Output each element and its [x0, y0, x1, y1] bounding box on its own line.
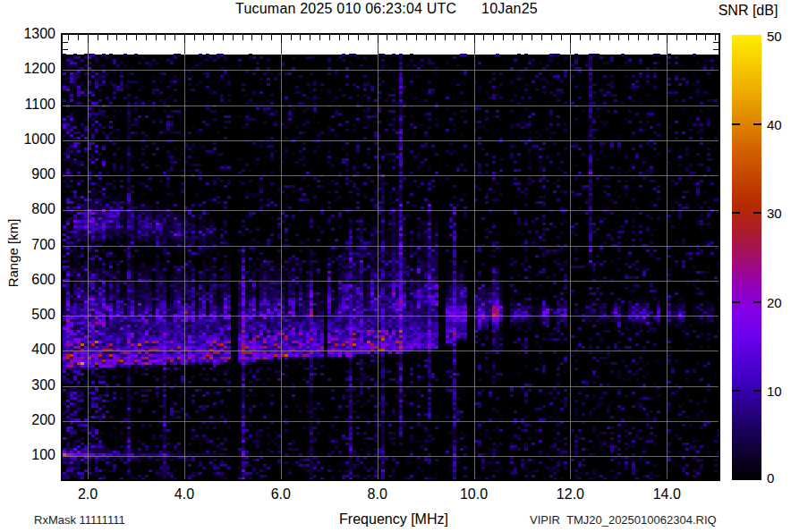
- x-tick-label: 12.0: [548, 487, 592, 502]
- x-tick-label: 8.0: [355, 487, 400, 502]
- colorbar-tick-label: 0: [767, 471, 791, 485]
- y-tick-label: 700: [16, 238, 55, 252]
- colorbar-tick-mark: [732, 301, 740, 303]
- ionogram-heatmap: [63, 35, 719, 479]
- y-tick-label: 900: [16, 167, 55, 182]
- y-tick-label: 500: [16, 308, 55, 322]
- y-tick-label: 1100: [16, 97, 55, 112]
- x-tick-label: 4.0: [162, 487, 207, 502]
- y-tick-label: 1300: [16, 27, 55, 41]
- y-tick-label: 600: [16, 273, 55, 287]
- colorbar-tick-mark: [753, 212, 761, 214]
- page-title: Tucuman 2025 010 06:23:04 UTC 10Jan25: [235, 1, 538, 17]
- colorbar-gradient: [732, 35, 761, 480]
- colorbar-tick-label: 10: [767, 384, 791, 398]
- y-tick-label: 400: [16, 342, 55, 357]
- colorbar-tick-label: 40: [767, 118, 791, 131]
- colorbar-tick-mark: [732, 390, 740, 392]
- x-tick-label: 2.0: [65, 487, 110, 502]
- y-tick-label: 1200: [16, 62, 55, 76]
- colorbar-tick-label: 30: [767, 207, 791, 220]
- y-tick-label: 1000: [16, 132, 55, 147]
- file-id-label: VIPIR TMJ20_2025010062304.RIQ: [530, 513, 717, 527]
- colorbar-tick-mark: [753, 390, 761, 392]
- plot-frame: [61, 33, 720, 481]
- y-tick-label: 300: [16, 378, 55, 393]
- colorbar-tick-mark: [753, 123, 761, 125]
- x-tick-label: 14.0: [644, 487, 689, 502]
- colorbar-title: SNR [dB]: [719, 3, 778, 19]
- colorbar-tick-mark: [732, 212, 740, 214]
- colorbar-tick-label: 50: [767, 30, 791, 43]
- ionogram-screen: Tucuman 2025 010 06:23:04 UTC 10Jan25 SN…: [0, 0, 791, 532]
- x-axis-title: Frequency [MHz]: [339, 511, 448, 528]
- y-tick-label: 200: [16, 413, 55, 427]
- colorbar-tick-label: 20: [767, 296, 791, 309]
- x-tick-label: 10.0: [452, 487, 497, 502]
- x-tick-label: 6.0: [259, 487, 303, 502]
- colorbar-tick-mark: [753, 301, 761, 303]
- colorbar-tick-mark: [732, 123, 740, 125]
- rx-mask-label: RxMask 11111111: [34, 513, 125, 527]
- y-tick-label: 100: [16, 448, 55, 462]
- y-tick-label: 800: [16, 202, 55, 216]
